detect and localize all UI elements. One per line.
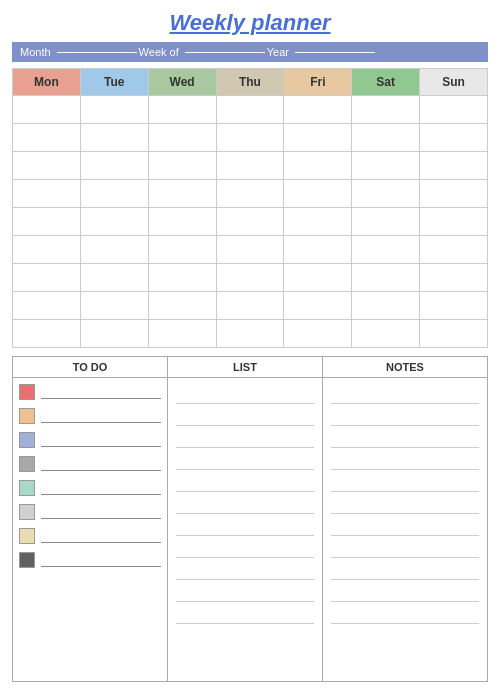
calendar-cell[interactable]: [284, 152, 352, 180]
todo-line[interactable]: [41, 409, 161, 423]
todo-header: TO DO: [13, 357, 167, 378]
calendar-cell[interactable]: [13, 152, 81, 180]
todo-line[interactable]: [41, 529, 161, 543]
notes-line-item[interactable]: [331, 514, 479, 536]
calendar-cell[interactable]: [216, 180, 284, 208]
list-item: [19, 384, 161, 400]
calendar-cell[interactable]: [420, 292, 488, 320]
calendar-cell[interactable]: [148, 264, 216, 292]
calendar-cell[interactable]: [148, 236, 216, 264]
calendar-cell[interactable]: [352, 292, 420, 320]
calendar-cell[interactable]: [352, 96, 420, 124]
calendar-cell[interactable]: [352, 152, 420, 180]
calendar-cell[interactable]: [216, 264, 284, 292]
calendar-cell[interactable]: [420, 320, 488, 348]
calendar-cell[interactable]: [13, 236, 81, 264]
notes-line-item[interactable]: [331, 602, 479, 624]
notes-line-item[interactable]: [331, 580, 479, 602]
calendar-cell[interactable]: [216, 208, 284, 236]
calendar-cell[interactable]: [216, 152, 284, 180]
todo-line[interactable]: [41, 433, 161, 447]
calendar-cell[interactable]: [80, 124, 148, 152]
list-item[interactable]: [176, 602, 314, 624]
table-row: [13, 124, 488, 152]
list-item[interactable]: [176, 426, 314, 448]
calendar-cell[interactable]: [13, 320, 81, 348]
calendar-cell[interactable]: [352, 236, 420, 264]
table-row: [13, 292, 488, 320]
notes-line-item[interactable]: [331, 426, 479, 448]
notes-line-item[interactable]: [331, 404, 479, 426]
list-item[interactable]: [176, 404, 314, 426]
calendar-cell[interactable]: [420, 124, 488, 152]
calendar-cell[interactable]: [148, 124, 216, 152]
notes-line-item[interactable]: [331, 470, 479, 492]
calendar-cell[interactable]: [148, 152, 216, 180]
calendar-cell[interactable]: [284, 208, 352, 236]
list-item[interactable]: [176, 470, 314, 492]
calendar-cell[interactable]: [216, 320, 284, 348]
list-item[interactable]: [176, 514, 314, 536]
calendar-cell[interactable]: [80, 264, 148, 292]
calendar-cell[interactable]: [284, 264, 352, 292]
notes-line-item[interactable]: [331, 558, 479, 580]
table-row: [13, 236, 488, 264]
calendar-cell[interactable]: [13, 264, 81, 292]
calendar-cell[interactable]: [13, 292, 81, 320]
calendar-cell[interactable]: [420, 236, 488, 264]
calendar-cell[interactable]: [80, 208, 148, 236]
calendar-cell[interactable]: [284, 124, 352, 152]
calendar-cell[interactable]: [284, 96, 352, 124]
list-item[interactable]: [176, 492, 314, 514]
calendar-cell[interactable]: [13, 124, 81, 152]
list-item[interactable]: [176, 382, 314, 404]
calendar-cell[interactable]: [216, 96, 284, 124]
calendar-cell[interactable]: [352, 264, 420, 292]
bottom-section: TO DO LIST NOTES: [12, 356, 488, 682]
calendar-cell[interactable]: [148, 180, 216, 208]
calendar-cell[interactable]: [148, 208, 216, 236]
todo-line[interactable]: [41, 505, 161, 519]
calendar-cell[interactable]: [13, 180, 81, 208]
calendar-cell[interactable]: [80, 152, 148, 180]
list-item[interactable]: [176, 558, 314, 580]
todo-line[interactable]: [41, 481, 161, 495]
list-item[interactable]: [176, 536, 314, 558]
calendar-cell[interactable]: [420, 152, 488, 180]
calendar-cell[interactable]: [80, 292, 148, 320]
notes-line-item[interactable]: [331, 382, 479, 404]
notes-line-item[interactable]: [331, 492, 479, 514]
calendar-cell[interactable]: [352, 124, 420, 152]
calendar-cell[interactable]: [80, 320, 148, 348]
calendar-cell[interactable]: [148, 320, 216, 348]
calendar-cell[interactable]: [284, 320, 352, 348]
calendar-cell[interactable]: [216, 124, 284, 152]
calendar-cell[interactable]: [80, 96, 148, 124]
calendar-cell[interactable]: [352, 180, 420, 208]
calendar-cell[interactable]: [420, 208, 488, 236]
todo-line[interactable]: [41, 457, 161, 471]
month-line: [57, 52, 137, 53]
calendar-cell[interactable]: [420, 264, 488, 292]
list-item[interactable]: [176, 448, 314, 470]
calendar-cell[interactable]: [284, 236, 352, 264]
calendar-cell[interactable]: [148, 96, 216, 124]
calendar-cell[interactable]: [352, 320, 420, 348]
todo-line[interactable]: [41, 385, 161, 399]
calendar-cell[interactable]: [284, 292, 352, 320]
notes-line-item[interactable]: [331, 448, 479, 470]
calendar-cell[interactable]: [284, 180, 352, 208]
calendar-cell[interactable]: [80, 236, 148, 264]
list-item[interactable]: [176, 580, 314, 602]
todo-line[interactable]: [41, 553, 161, 567]
calendar-cell[interactable]: [420, 96, 488, 124]
notes-line-item[interactable]: [331, 536, 479, 558]
calendar-cell[interactable]: [216, 292, 284, 320]
calendar-cell[interactable]: [420, 180, 488, 208]
calendar-cell[interactable]: [13, 96, 81, 124]
calendar-cell[interactable]: [80, 180, 148, 208]
calendar-cell[interactable]: [352, 208, 420, 236]
calendar-cell[interactable]: [148, 292, 216, 320]
calendar-cell[interactable]: [13, 208, 81, 236]
calendar-cell[interactable]: [216, 236, 284, 264]
